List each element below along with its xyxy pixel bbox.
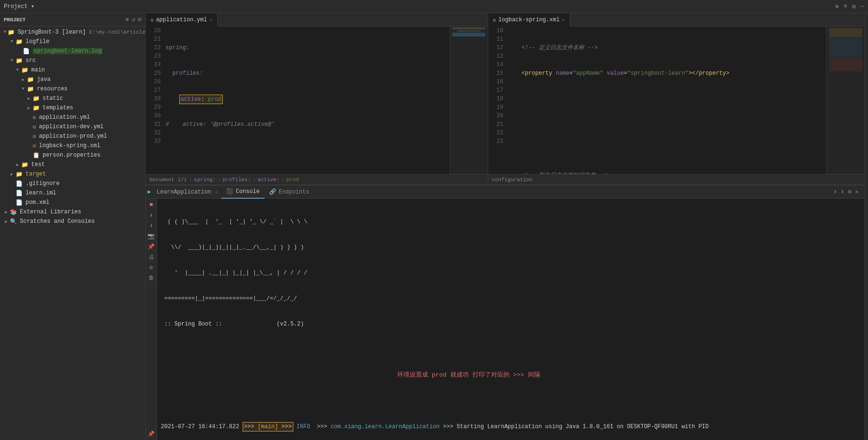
breadcrumb-right: configuration	[488, 174, 864, 185]
tree-item-application-dev-yml[interactable]: ⚙ application-dev.yml	[0, 122, 145, 132]
icon-close[interactable]: ✕	[855, 188, 859, 195]
tree-label: learn.iml	[26, 190, 56, 196]
code-line	[508, 146, 824, 154]
xml-icon: ⚙	[33, 142, 36, 150]
sidebar-icon-add[interactable]: ⊕	[125, 16, 129, 23]
icon-filter[interactable]: ⚙	[848, 188, 851, 195]
tree-label: logfile	[26, 38, 49, 45]
gutter-camera-icon[interactable]: 📷	[147, 232, 156, 240]
breadcrumb-item: spring:	[194, 177, 216, 183]
editor-pane-left: ⚙ application.yml ✕ 20 21 22 23 24 25	[146, 13, 488, 185]
console-content[interactable]: ( ( )\___ | '_ | '_| '_ \/ _` | \ \ \ \\…	[157, 199, 864, 440]
icon-minimize[interactable]: —	[860, 3, 864, 10]
breadcrumb-item: prod	[287, 177, 299, 183]
static-icon: 📁	[33, 95, 40, 102]
bottom-tab-bar: ▶ LearnApplication ✕ ⬛ Console 🔗 Endpoin…	[146, 185, 864, 199]
tab-console[interactable]: ⬛ Console	[221, 185, 264, 199]
run-icon: ▶	[148, 188, 151, 195]
icon-menu[interactable]: ≡	[844, 3, 848, 10]
sidebar-icon-sync[interactable]: ↺	[132, 16, 135, 23]
xml-tab-icon: ⚙	[493, 17, 496, 23]
code-line: <!-- 彩色日志依赖的渲染类 -->	[508, 171, 824, 174]
sidebar-header: Project ⊕ ↺ ⊟	[0, 13, 145, 26]
breadcrumb-item: profiles:	[223, 177, 251, 183]
gutter-stop-icon[interactable]: ■	[147, 201, 156, 209]
line-numbers-right: 10 11 12 13 14 15 16 17 18 19 20 21	[488, 26, 506, 174]
console-line	[161, 396, 860, 405]
tree-item-resources[interactable]: ▼ 📁 resources	[0, 84, 145, 94]
tree-item-pom[interactable]: 📄 pom.xml	[0, 198, 145, 207]
tree-item-target[interactable]: ▶ 📁 target	[0, 169, 145, 179]
tree-label: templates	[43, 105, 73, 111]
code-area-right[interactable]: 10 11 12 13 14 15 16 17 18 19 20 21	[488, 26, 864, 174]
gutter-pin2-icon[interactable]: 📌	[147, 430, 156, 438]
tree-item-templates[interactable]: ▶ 📁 templates	[0, 103, 145, 113]
scratch-icon: 🔍	[10, 218, 17, 225]
code-line: profiles:	[166, 69, 448, 78]
tree-item-java[interactable]: ▶ 📁 java	[0, 75, 145, 84]
tree-label: application.yml	[39, 114, 90, 121]
java-folder-icon: 📁	[27, 76, 34, 83]
gutter-up-icon[interactable]: ⬆	[147, 211, 156, 220]
target-icon: 📁	[16, 171, 23, 178]
gutter-down-icon[interactable]: ⬇	[147, 221, 156, 230]
tree-item-src[interactable]: ▼ 📁 src	[0, 56, 145, 65]
sidebar-icon-collapse[interactable]: ⊟	[138, 16, 141, 23]
run-close-icon[interactable]: ✕	[215, 189, 218, 195]
yml-icon: ⚙	[33, 133, 36, 140]
console-line: ' |____| .__|_| |_|_| |_\__, | / / / /	[161, 269, 860, 277]
tree-item-scratches[interactable]: ▶ 🔍 Scratches and Consoles	[0, 217, 145, 226]
code-content-left[interactable]: spring: profiles: active: prod # active:…	[164, 26, 450, 174]
tree-item-static[interactable]: ▶ 📁 static	[0, 94, 145, 103]
tree-item-gitignore[interactable]: 📄 .gitignore	[0, 179, 145, 188]
tree-item-main[interactable]: ▼ 📁 main	[0, 65, 145, 75]
icon-settings[interactable]: ⚙	[852, 3, 856, 10]
code-line	[166, 171, 448, 174]
gutter-print-icon[interactable]: 🖨	[147, 253, 156, 261]
gutter-settings-icon[interactable]: ⚙	[147, 263, 156, 272]
tree-item-log-file[interactable]: 📄 springboot-learn.log	[0, 46, 145, 56]
resources-icon: 📁	[27, 86, 34, 93]
tree-item-logfile[interactable]: ▼ 📁 logfile	[0, 37, 145, 46]
tab-endpoints[interactable]: 🔗 Endpoints	[264, 185, 314, 199]
tree-label: test	[31, 161, 45, 168]
tree-item-test[interactable]: ▶ 📁 test	[0, 160, 145, 169]
code-content-right[interactable]: <!-- 定义日志文件名称 --> <property name="appNam…	[506, 26, 826, 174]
endpoints-icon: 🔗	[269, 188, 276, 195]
tab-application-yml[interactable]: ⚙ application.yml ✕	[146, 13, 218, 26]
breadcrumb-item: Document 1/1	[149, 177, 187, 183]
folder-icon: 📁	[16, 38, 23, 45]
icon-down[interactable]: ⬇	[841, 188, 844, 195]
tab-logback-xml[interactable]: ⚙ logback-spring.xml ✕	[488, 13, 570, 26]
gitignore-icon: 📄	[16, 180, 23, 187]
tree-item-logback-xml[interactable]: ⚙ logback-spring.xml	[0, 141, 145, 150]
tab-close-left[interactable]: ✕	[210, 17, 212, 23]
gutter-trash-icon[interactable]: 🗑	[147, 273, 156, 282]
tab-close-right[interactable]: ✕	[562, 17, 565, 23]
project-label: Project ▾	[4, 3, 35, 10]
code-line	[508, 120, 824, 129]
sidebar-tree: ▼ 📁 SpringBoot-3 [learn] E:\my-tool\arti…	[0, 26, 145, 440]
yml-icon: ⚙	[33, 123, 36, 131]
tree-label: main	[31, 67, 45, 73]
gutter-pin-icon[interactable]: 📌	[147, 242, 156, 251]
console-line: \\/ ___)|_|_)|_||_|_.__/\__,_| ) ) ) )	[161, 243, 860, 252]
console-line: ( ( )\___ | '_ | '_| '_ \/ _` | \ \ \	[161, 218, 860, 226]
tree-item-external[interactable]: ▶ 📚 External Libraries	[0, 207, 145, 217]
tree-label: logback-spring.xml	[39, 142, 100, 149]
console-line-env-msg: 环境设置成 prod 就成功 打印了对应的 >>> 间隔	[397, 371, 860, 379]
tree-item-application-prod-yml[interactable]: ⚙ application-prod.yml	[0, 132, 145, 141]
tree-item-application-yml[interactable]: ⚙ application.yml	[0, 113, 145, 122]
icon-add[interactable]: ⊕	[835, 3, 839, 10]
tree-label-root: SpringBoot-3 [learn]	[18, 29, 86, 35]
tree-item-iml[interactable]: 📄 learn.iml	[0, 188, 145, 198]
tree-root[interactable]: ▼ 📁 SpringBoot-3 [learn] E:\my-tool\arti…	[0, 27, 145, 37]
yml-tab-icon: ⚙	[150, 17, 154, 23]
code-line	[508, 95, 824, 103]
code-area-left[interactable]: 20 21 22 23 24 25 26 27 28 29 30 31	[146, 26, 488, 174]
icon-up[interactable]: ⬆	[833, 188, 837, 195]
tree-label: application-dev.yml	[39, 123, 104, 130]
tree-item-properties[interactable]: 📋 person.properties	[0, 150, 145, 160]
console-gutter: ■ ⬆ ⬇ 📷 📌 🖨 ⚙ 🗑 📌	[146, 199, 157, 440]
right-scrollbar[interactable]	[864, 13, 868, 440]
